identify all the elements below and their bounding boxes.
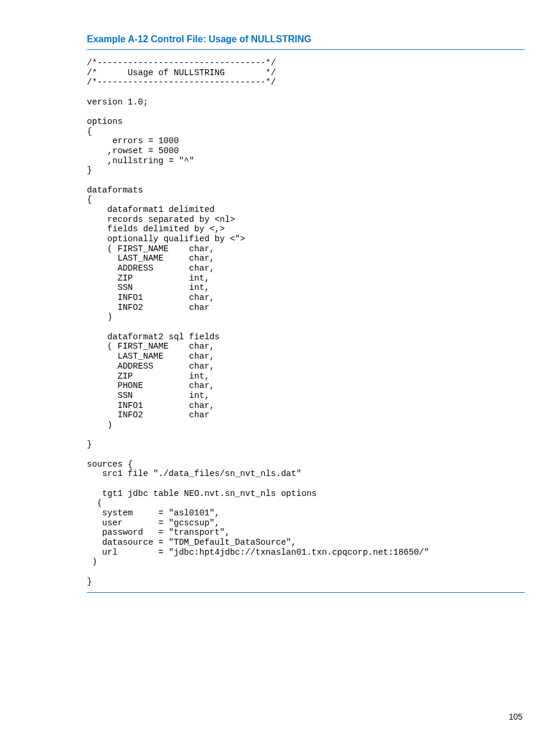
top-divider [87,49,525,50]
code-block: /*---------------------------------*/ /*… [87,58,525,586]
bottom-divider [87,592,525,593]
example-heading: Example A-12 Control File: Usage of NULL… [87,34,525,45]
page-number: 105 [509,712,522,721]
document-page: Example A-12 Control File: Usage of NULL… [0,0,560,746]
